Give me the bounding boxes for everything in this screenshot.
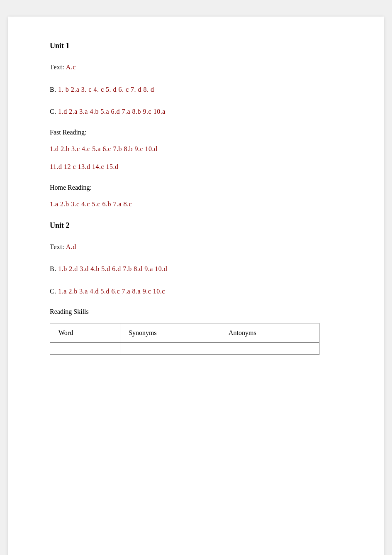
unit2-text-label: Text: bbox=[50, 243, 64, 250]
table-cell-antonyms bbox=[220, 343, 319, 355]
unit2-c-label: C. bbox=[50, 288, 56, 295]
table-col-synonyms: Synonyms bbox=[120, 323, 220, 343]
unit2-b-answers: B. 1.b 2.d 3.d 4.b 5.d 6.d 7.b 8.d 9.a 1… bbox=[50, 264, 342, 274]
fast-reading-answers-1: 1.d 2.b 3.c 4.c 5.a 6.c 7.b 8.b 9.c 10.d bbox=[50, 144, 342, 154]
unit1-b-label: B. bbox=[50, 86, 56, 93]
table-col-antonyms: Antonyms bbox=[220, 323, 319, 343]
unit2-text-section: Text: A.d bbox=[50, 242, 342, 252]
table-cell-synonyms bbox=[120, 343, 220, 355]
home-reading-answers: 1.a 2.b 3.c 4.c 5.c 6.b 7.a 8.c bbox=[50, 199, 342, 210]
unit1-c-label: C. bbox=[50, 108, 56, 115]
unit2-text-answer: A.d bbox=[66, 243, 76, 250]
unit1-c-values: 1.d 2.a 3.a 4.b 5.a 6.d 7.a 8.b 9.c 10.a bbox=[58, 108, 166, 115]
unit1-b-answers: B. 1. b 2.a 3. c 4. c 5. d 6. c 7. d 8. … bbox=[50, 84, 342, 95]
unit1-text-answer: A.c bbox=[66, 64, 76, 71]
reading-skills-label: Reading Skills bbox=[50, 308, 342, 315]
unit1-text-section: Text: A.c bbox=[50, 62, 342, 73]
unit1-b-section: B. 1. b 2.a 3. c 4. c 5. d 6. c 7. d 8. … bbox=[50, 84, 342, 95]
unit2-c-answers: C. 1.a 2.b 3.a 4.d 5.d 6.c 7.a 8.a 9.c 1… bbox=[50, 286, 342, 297]
unit2-title: Unit 2 bbox=[50, 221, 342, 230]
page: Unit 1 Text: A.c B. 1. b 2.a 3. c 4. c 5… bbox=[8, 17, 384, 555]
unit1-c-section: C. 1.d 2.a 3.a 4.b 5.a 6.d 7.a 8.b 9.c 1… bbox=[50, 106, 342, 117]
unit2-b-values: 1.b 2.d 3.d 4.b 5.d 6.d 7.b 8.d 9.a 10.d bbox=[58, 265, 167, 272]
unit1-b-values: 1. b 2.a 3. c 4. c 5. d 6. c 7. d 8. d bbox=[58, 86, 154, 93]
unit2-b-label: B. bbox=[50, 265, 56, 272]
unit1-text-label: Text: bbox=[50, 64, 64, 71]
reading-skills-table: Word Synonyms Antonyms bbox=[50, 323, 319, 355]
unit2-b-section: B. 1.b 2.d 3.d 4.b 5.d 6.d 7.b 8.d 9.a 1… bbox=[50, 264, 342, 274]
unit1-section: Unit 1 bbox=[50, 42, 342, 50]
table-header-row: Word Synonyms Antonyms bbox=[50, 323, 319, 343]
unit1-title: Unit 1 bbox=[50, 42, 342, 50]
unit2-section: Unit 2 bbox=[50, 221, 342, 230]
fast-reading-label: Fast Reading: bbox=[50, 129, 342, 136]
fast-reading-section: Fast Reading: 1.d 2.b 3.c 4.c 5.a 6.c 7.… bbox=[50, 129, 342, 172]
table-cell-word bbox=[50, 343, 120, 355]
unit1-text-answers: Text: A.c bbox=[50, 62, 342, 73]
home-reading-section: Home Reading: 1.a 2.b 3.c 4.c 5.c 6.b 7.… bbox=[50, 184, 342, 210]
table-col-word: Word bbox=[50, 323, 120, 343]
unit2-c-values: 1.a 2.b 3.a 4.d 5.d 6.c 7.a 8.a 9.c 10.c bbox=[58, 288, 165, 295]
home-reading-label: Home Reading: bbox=[50, 184, 342, 191]
unit2-c-section: C. 1.a 2.b 3.a 4.d 5.d 6.c 7.a 8.a 9.c 1… bbox=[50, 286, 342, 297]
unit2-text-answers: Text: A.d bbox=[50, 242, 342, 252]
unit1-c-answers: C. 1.d 2.a 3.a 4.b 5.a 6.d 7.a 8.b 9.c 1… bbox=[50, 106, 342, 117]
fast-reading-answers-2: 11.d 12 c 13.d 14.c 15.d bbox=[50, 161, 342, 172]
reading-skills-section: Reading Skills Word Synonyms Antonyms bbox=[50, 308, 342, 355]
table-row bbox=[50, 343, 319, 355]
